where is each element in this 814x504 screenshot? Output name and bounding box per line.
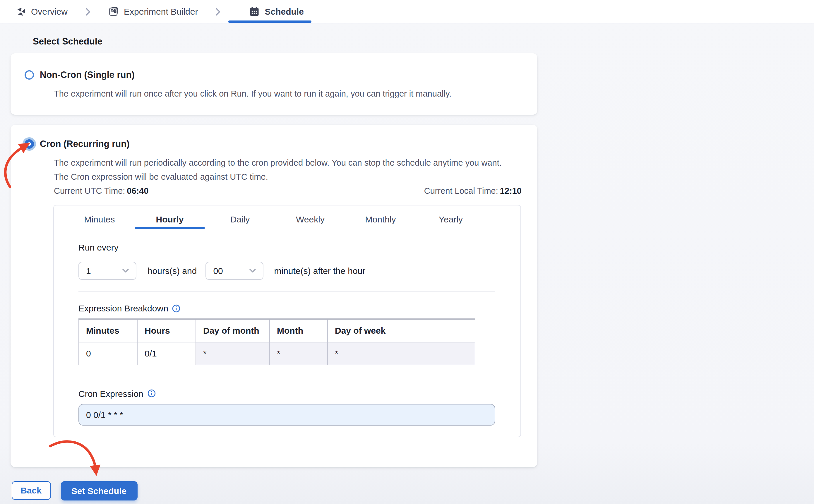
cron-option-card: Cron (Recurring run) The experiment will… — [11, 125, 537, 467]
cron-description-1: The experiment will run periodically acc… — [54, 158, 517, 167]
table-header-cell: Minutes — [79, 319, 137, 342]
tab-yearly[interactable]: Yearly — [416, 214, 486, 229]
cron-frequency-tabs: MinutesHourlyDailyWeeklyMonthlyYearly — [54, 205, 520, 229]
active-tab-underline — [228, 20, 311, 23]
breadcrumb: Overview Experiment Builder — [0, 0, 814, 23]
tab-daily[interactable]: Daily — [205, 214, 275, 229]
chevron-down-icon — [249, 269, 256, 273]
back-button[interactable]: Back — [11, 481, 51, 500]
table-cell: 0 — [79, 342, 137, 365]
current-local-time: Current Local Time:12:10 — [424, 186, 522, 196]
current-utc-time: Current UTC Time:06:40 — [54, 186, 149, 196]
expression-breakdown-table: MinutesHoursDay of monthMonthDay of week… — [78, 318, 475, 365]
cron-builder-panel: MinutesHourlyDailyWeeklyMonthlyYearly Ru… — [53, 205, 521, 437]
table-header-cell: Day of month — [196, 319, 270, 342]
cron-expression-value: 0 0/1 * * * — [86, 409, 123, 419]
minutes-select-value: 00 — [213, 266, 223, 276]
set-schedule-button[interactable]: Set Schedule — [61, 481, 137, 500]
minutes-select[interactable]: 00 — [205, 262, 263, 280]
hours-suffix-label: hours(s) and — [148, 266, 197, 276]
breadcrumb-label: Experiment Builder — [124, 6, 198, 16]
section-divider — [78, 292, 495, 292]
tab-weekly[interactable]: Weekly — [275, 214, 345, 229]
overview-pinwheel-icon — [16, 6, 26, 17]
experiment-builder-icon — [108, 6, 119, 17]
page-title: Select Schedule — [33, 36, 814, 47]
local-time-value: 12:10 — [500, 186, 522, 196]
non-cron-title: Non-Cron (Single run) — [40, 70, 135, 80]
tab-minutes[interactable]: Minutes — [64, 214, 135, 229]
hours-select-value: 1 — [86, 266, 91, 276]
cron-title: Cron (Recurring run) — [40, 139, 130, 149]
table-row: 00/1*** — [79, 342, 475, 365]
info-icon[interactable] — [172, 304, 181, 312]
non-cron-description: The experiment will run once after you c… — [54, 89, 514, 98]
breadcrumb-item-schedule[interactable]: Schedule — [249, 6, 304, 17]
calendar-icon — [249, 6, 260, 17]
hours-select[interactable]: 1 — [78, 262, 136, 280]
breadcrumb-item-overview[interactable]: Overview — [16, 6, 68, 17]
minutes-suffix-label: minute(s) after the hour — [274, 266, 365, 276]
table-cell: * — [196, 342, 270, 365]
table-header-cell: Hours — [137, 319, 196, 342]
expression-breakdown-label: Expression Breakdown — [78, 303, 520, 313]
non-cron-option-card[interactable]: Non-Cron (Single run) The experiment wil… — [11, 53, 537, 115]
chevron-right-icon — [85, 7, 90, 16]
breadcrumb-label: Overview — [31, 6, 68, 16]
table-cell: * — [270, 342, 328, 365]
info-icon[interactable] — [148, 389, 156, 397]
chevron-right-icon — [216, 7, 221, 16]
breadcrumb-label: Schedule — [265, 6, 304, 16]
utc-time-value: 06:40 — [127, 186, 148, 196]
breadcrumb-item-experiment-builder[interactable]: Experiment Builder — [108, 6, 198, 17]
tab-monthly[interactable]: Monthly — [345, 214, 416, 229]
table-header-cell: Day of week — [328, 319, 475, 342]
table-cell: * — [328, 342, 475, 365]
cron-expression-input[interactable]: 0 0/1 * * * — [78, 404, 495, 425]
tab-hourly[interactable]: Hourly — [135, 214, 205, 229]
chevron-down-icon — [122, 269, 129, 273]
cron-expression-label: Cron Expression — [78, 388, 520, 398]
cron-radio[interactable] — [25, 139, 34, 149]
cron-description-2: The Cron expression will be evaluated ag… — [54, 172, 517, 181]
schedule-page: Overview Experiment Builder — [0, 0, 814, 504]
run-every-label: Run every — [78, 242, 520, 252]
non-cron-radio[interactable] — [25, 70, 34, 80]
table-header-row: MinutesHoursDay of monthMonthDay of week — [79, 319, 475, 342]
table-cell: 0/1 — [137, 342, 196, 365]
table-header-cell: Month — [270, 319, 328, 342]
